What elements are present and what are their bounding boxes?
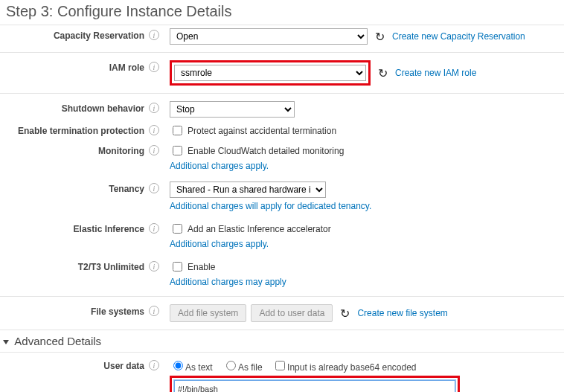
row-tenancy: Tenancy i Shared - Run a shared hardware…: [0, 179, 564, 214]
page-title: Step 3: Configure Instance Details: [0, 0, 564, 25]
monitoring-charges-link[interactable]: Additional charges apply.: [170, 161, 344, 171]
monitoring-checkbox-label: Enable CloudWatch detailed monitoring: [188, 146, 344, 156]
label-iam: IAM role: [0, 60, 149, 73]
label-capacity: Capacity Reservation: [0, 28, 149, 41]
userdata-highlight-box: #!/bin/bash sudo yum install -y https://…: [170, 376, 460, 392]
unlimited-checkbox-label: Enable: [188, 262, 215, 272]
row-elastic-inference: Elastic Inference i Add an Elastic Infer…: [0, 219, 564, 252]
userdata-radio-row: As text As file Input is already base64 …: [170, 359, 460, 373]
add-file-system-button: Add file system: [170, 304, 246, 322]
as-text-radio[interactable]: [173, 361, 183, 370]
refresh-icon[interactable]: ↻: [372, 30, 388, 44]
base64-checkbox[interactable]: [275, 361, 285, 370]
as-text-label: As text: [185, 362, 213, 373]
info-icon[interactable]: i: [149, 30, 159, 40]
info-icon[interactable]: i: [149, 62, 159, 72]
row-user-data: User data i As text As file Input is alr…: [0, 356, 564, 392]
elastic-charges-link[interactable]: Additional charges apply.: [170, 239, 331, 249]
info-icon[interactable]: i: [149, 145, 159, 155]
info-icon[interactable]: i: [149, 306, 159, 316]
capacity-select[interactable]: Open: [170, 28, 368, 45]
row-monitoring: Monitoring i Enable CloudWatch detailed …: [0, 141, 564, 174]
row-termination: Enable termination protection i Protect …: [0, 121, 564, 141]
label-userdata: User data: [0, 359, 149, 371]
elastic-checkbox[interactable]: [173, 224, 182, 234]
info-icon[interactable]: i: [149, 223, 159, 234]
as-file-radio[interactable]: [226, 361, 236, 370]
row-iam-role: IAM role i ssmrole ↻ Create new IAM role: [0, 57, 564, 89]
label-elastic: Elastic Inference: [0, 222, 149, 234]
monitoring-checkbox[interactable]: [173, 146, 182, 155]
base64-label: Input is already base64 encoded: [287, 362, 416, 373]
label-tenancy: Tenancy: [0, 181, 149, 194]
create-iam-link[interactable]: Create new IAM role: [395, 68, 476, 78]
label-unlimited: T2/T3 Unlimited: [0, 260, 149, 272]
create-filesystem-link[interactable]: Create new file system: [357, 308, 447, 318]
shutdown-select[interactable]: Stop: [170, 101, 295, 118]
elastic-checkbox-label: Add an Elastic Inference accelerator: [188, 224, 331, 234]
info-icon[interactable]: i: [149, 125, 159, 135]
label-shutdown: Shutdown behavior: [0, 101, 149, 114]
unlimited-charges-link[interactable]: Additional charges may apply: [170, 277, 286, 287]
as-file-label: As file: [238, 362, 263, 373]
userdata-textarea[interactable]: #!/bin/bash sudo yum install -y https://…: [174, 380, 455, 392]
info-icon[interactable]: i: [149, 183, 159, 193]
unlimited-checkbox[interactable]: [173, 262, 182, 271]
info-icon[interactable]: i: [149, 360, 159, 370]
row-file-systems: File systems i Add file system Add to us…: [0, 301, 564, 325]
create-capacity-link[interactable]: Create new Capacity Reservation: [392, 31, 525, 42]
label-termination: Enable termination protection: [0, 123, 149, 136]
termination-checkbox[interactable]: [173, 126, 182, 135]
label-filesys: File systems: [0, 304, 149, 317]
row-capacity-reservation: Capacity Reservation i Open ↻ Create new…: [0, 25, 564, 48]
info-icon[interactable]: i: [149, 103, 159, 113]
iam-highlight-box: ssmrole: [170, 60, 371, 86]
refresh-icon[interactable]: ↻: [375, 66, 391, 80]
advanced-details-label: Advanced Details: [14, 335, 101, 347]
info-icon[interactable]: i: [149, 261, 159, 271]
add-to-user-data-button: Add to user data: [251, 304, 333, 322]
termination-checkbox-label: Protect against accidental termination: [188, 126, 336, 136]
refresh-icon[interactable]: ↻: [337, 306, 353, 321]
tenancy-charges-link[interactable]: Additional charges will apply for dedica…: [170, 201, 371, 211]
advanced-details-header[interactable]: Advanced Details: [0, 330, 564, 353]
row-unlimited: T2/T3 Unlimited i Enable Additional char…: [0, 257, 564, 290]
caret-down-icon: [3, 340, 9, 344]
label-monitoring: Monitoring: [0, 144, 149, 156]
row-shutdown: Shutdown behavior i Stop: [0, 98, 564, 121]
tenancy-select[interactable]: Shared - Run a shared hardware instance: [170, 181, 326, 198]
iam-role-select[interactable]: ssmrole: [174, 65, 366, 81]
